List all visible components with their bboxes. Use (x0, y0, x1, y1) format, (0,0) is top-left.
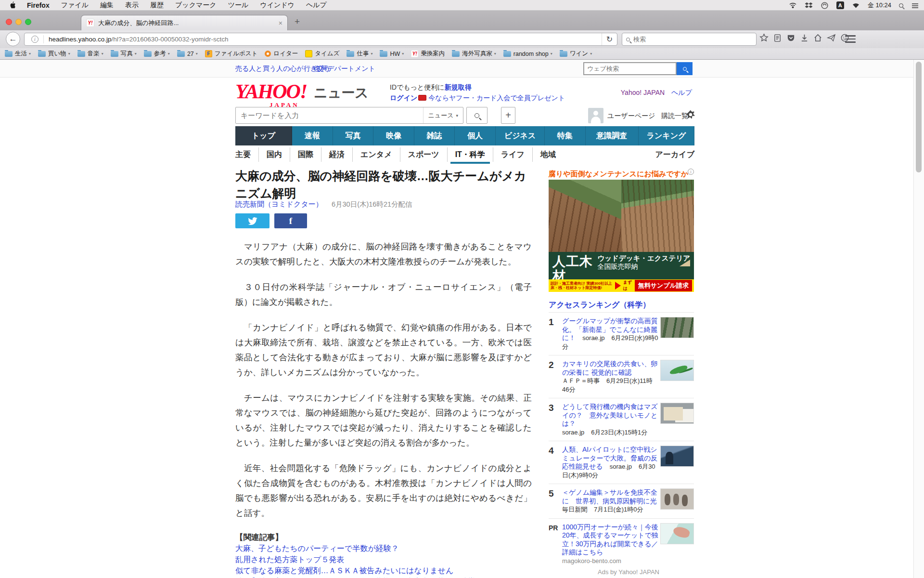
bookmark-folder-shopping[interactable]: 買い物▾ (38, 50, 70, 58)
bookmark-folder-photo[interactable]: 写真▾ (111, 50, 137, 58)
article-source-link[interactable]: 読売新聞（ヨミドクター） (235, 200, 323, 208)
reload-icon[interactable]: ↻ (602, 33, 617, 45)
subnav-entertainment[interactable]: エンタメ (352, 147, 400, 162)
spotlight-search-icon[interactable] (899, 3, 903, 8)
browser-tab[interactable]: Y! 大麻の成分、脳の神経回路... × (81, 15, 288, 30)
user-page-link[interactable]: ユーザーページ (607, 112, 655, 120)
ranking-thumbnail-satellite[interactable] (660, 317, 694, 338)
news-search-button[interactable] (466, 107, 488, 124)
related-article-link[interactable]: 似て非なる麻薬と覚醒剤…ＡＳＫＡ被告みたいにはなりません (235, 565, 532, 576)
news-service-logo[interactable]: ニュース (314, 84, 369, 102)
pocket-icon[interactable] (786, 33, 796, 42)
browser-search-input[interactable] (630, 36, 756, 43)
ranking-link[interactable]: どうして飛行機の機内食はマズイの？ 意外な美味しいモノとは？ (562, 403, 658, 427)
twitter-share-button[interactable] (235, 213, 270, 228)
apple-menu-icon[interactable] (10, 1, 16, 9)
tab-close-icon[interactable]: × (279, 19, 282, 27)
input-source-icon[interactable]: A (836, 1, 844, 9)
ad-cta-strip[interactable]: 設計・施工業者向け 実績300社以上床・桟・柱材ネット限定特価! まずは 無料サ… (549, 279, 694, 292)
nav-tab-poll[interactable]: 意識調査 (586, 126, 639, 145)
bookmark-reuters[interactable]: ロイター (265, 50, 298, 58)
user-avatar[interactable] (588, 108, 603, 123)
bookmark-times[interactable]: タイムズ (305, 50, 339, 58)
browser-search-bar[interactable] (622, 33, 757, 46)
nav-tab-feature[interactable]: 特集 (545, 126, 586, 145)
menu-edit[interactable]: 編集 (100, 1, 114, 10)
subnav-world[interactable]: 国際 (290, 147, 321, 162)
url-bar[interactable]: i headlines.yahoo.co.jp/hl?a=20160630-00… (24, 33, 617, 46)
menu-file[interactable]: ファイル (61, 1, 89, 10)
ranking-thumbnail-cockpit[interactable] (660, 446, 694, 467)
bookmark-folder-random-shop[interactable]: random shop▾ (503, 51, 552, 57)
access-ranking-title[interactable]: アクセスランキング（科学） (549, 300, 650, 310)
menu-firefox[interactable]: Firefox (27, 1, 50, 9)
site-info-icon[interactable]: i (31, 36, 38, 43)
subnav-life[interactable]: ライフ (493, 147, 532, 162)
settings-gear-icon[interactable] (685, 109, 696, 120)
notification-center-icon[interactable] (911, 2, 919, 9)
close-window-button[interactable] (6, 19, 12, 25)
pr-thumbnail[interactable] (660, 523, 694, 544)
ad-info-icon[interactable]: i (688, 169, 694, 175)
related-article-link[interactable]: 清原和博被告、繊細で傷つきやすい心…薬物依存症患者に共通の特徴 (235, 576, 532, 578)
nav-tab-business[interactable]: ビジネス (496, 126, 545, 145)
subnav-economy[interactable]: 経済 (321, 147, 352, 162)
minimize-window-button[interactable] (15, 19, 22, 25)
back-button[interactable]: ← (6, 32, 20, 46)
menu-tools[interactable]: ツール (228, 1, 249, 10)
ranking-thumbnail-meal[interactable] (660, 403, 694, 424)
bookmark-folder-wine[interactable]: ワイン▾ (560, 50, 592, 58)
ranking-thumbnail-monkeys[interactable] (660, 488, 694, 510)
bookmark-folder-hw[interactable]: HW▾ (380, 51, 404, 57)
subnav-archive[interactable]: アーカイブ (655, 150, 695, 160)
related-article-link[interactable]: 乱用された処方薬トップ５発表 (235, 554, 532, 565)
page-scrollbar-thumb[interactable] (916, 62, 922, 172)
nav-tab-personal[interactable]: 個人 (455, 126, 496, 145)
subnav-region[interactable]: 地域 (532, 147, 564, 162)
login-link[interactable]: ログイン (390, 94, 417, 102)
ad-product-band[interactable]: 人工木材 ウッドデッキ・エクステリア 全国販売即納 木 ArtWood アートウ… (549, 252, 694, 279)
search-scope-dropdown[interactable]: ニュース▾ (423, 107, 463, 123)
help-link[interactable]: ヘルプ (671, 89, 692, 96)
menubar-clock[interactable]: 金 10:24 (868, 1, 891, 10)
banner-link-2[interactable]: 復興デパートメント (314, 65, 375, 73)
page-scrollbar-track[interactable] (913, 60, 924, 578)
bookmark-folder-music[interactable]: 音楽▾ (77, 50, 103, 58)
news-search-box[interactable]: ニュース▾ (235, 107, 463, 124)
subnav-it-science[interactable]: IT・科学 (447, 147, 493, 162)
subnav-domestic[interactable]: 国内 (258, 147, 290, 162)
bookmark-star-icon[interactable] (759, 33, 769, 42)
new-tab-button[interactable]: + (295, 16, 300, 27)
bookmark-folder-work[interactable]: 仕事▾ (346, 50, 372, 58)
zoom-window-button[interactable] (25, 19, 31, 25)
bookmark-folder-life[interactable]: 生活▾ (5, 50, 31, 58)
signal-status-icon[interactable] (789, 2, 797, 9)
news-search-input[interactable] (241, 111, 423, 119)
ads-by-label[interactable]: Ads by Yahoo! JAPAN (562, 568, 659, 577)
bookmark-transit[interactable]: Y!乗換案内 (411, 50, 445, 58)
menu-view[interactable]: 表示 (125, 1, 139, 10)
card-promo-link[interactable]: 今ならヤフー・カード入会で全員プレゼント (428, 94, 565, 102)
add-keyword-button[interactable]: + (501, 107, 515, 124)
menu-help[interactable]: ヘルプ (306, 1, 327, 10)
web-search-box[interactable] (583, 62, 677, 75)
wifi-icon[interactable] (852, 2, 860, 9)
home-icon[interactable] (813, 33, 822, 42)
nav-tab-flash[interactable]: 速報 (292, 126, 333, 145)
yahoo-logo[interactable]: YAHOO! (235, 80, 307, 103)
nav-tab-top[interactable]: トップ (235, 126, 292, 145)
menu-hamburger-icon[interactable] (845, 35, 856, 43)
bookmark-folder-overseas-photo[interactable]: 海外写真家▾ (452, 50, 496, 58)
ad-deck-photo[interactable] (549, 180, 694, 252)
nav-tab-ranking[interactable]: ランキング (639, 126, 694, 145)
pr-link[interactable]: 1000万円オーナーが続々｜今後20年、成長するマーケットで独立！30万円あれば… (562, 523, 658, 556)
nav-tab-magazine[interactable]: 雑誌 (414, 126, 455, 145)
creative-cloud-icon[interactable] (821, 2, 829, 9)
web-search-input[interactable] (587, 65, 676, 72)
dropbox-icon[interactable] (805, 2, 813, 9)
reading-list-icon[interactable] (773, 33, 782, 42)
ranking-link[interactable]: ＜ゲノム編集＞サルを免疫不全に 世界初、病気原因解明に光 (562, 488, 657, 505)
subscriptions-link[interactable]: 購読一覧 (661, 112, 688, 120)
menu-history[interactable]: 履歴 (150, 1, 164, 10)
bookmark-folder-reference[interactable]: 参考▾ (144, 50, 170, 58)
